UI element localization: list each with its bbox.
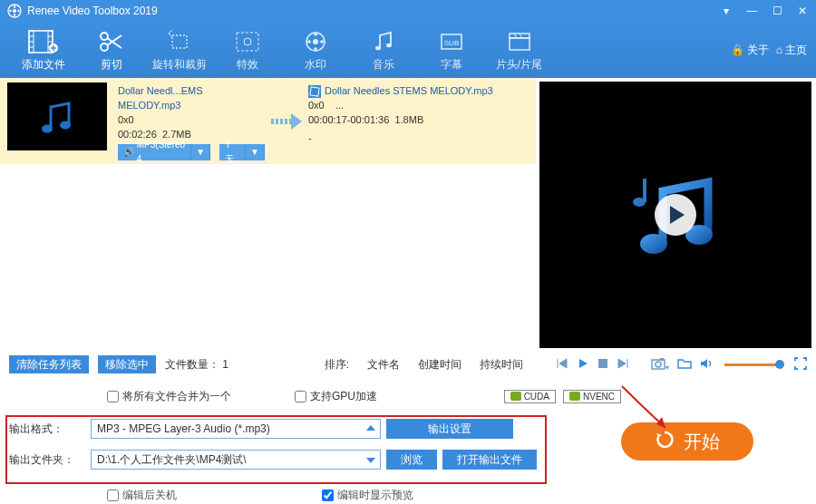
svg-point-32 (386, 43, 392, 47)
toolbar-intro-outro[interactable]: 片头/片尾 (485, 24, 553, 75)
remove-selected-button[interactable]: 移除选中 (98, 355, 156, 373)
home-icon: ⌂ (776, 44, 782, 56)
start-button[interactable]: 开始 (621, 422, 753, 460)
volume-slider[interactable] (724, 363, 781, 366)
arrow-icon (268, 78, 305, 164)
toolbar-add-file[interactable]: 添加文件 (9, 24, 77, 75)
svg-point-1 (13, 9, 16, 13)
dest-dimensions: 0x0 (308, 100, 325, 111)
svg-rect-44 (598, 359, 607, 368)
gpu-checkbox[interactable]: 支持GPU加速 (295, 389, 377, 404)
open-output-button[interactable]: 打开输出文件 (442, 450, 537, 470)
svg-point-3 (17, 10, 19, 12)
fullscreen-button[interactable] (794, 357, 807, 373)
film-add-icon (28, 28, 59, 55)
file-row[interactable]: Dollar Needl...EMS MELODY.mp3 0x0 00:02:… (0, 78, 536, 164)
svg-point-39 (42, 124, 53, 132)
dropdown-icon[interactable]: ▾ (720, 5, 733, 17)
sort-label: 排序: (325, 357, 349, 373)
sort-by-duration[interactable]: 持续时间 (480, 357, 523, 373)
svg-point-4 (14, 14, 15, 15)
svg-rect-22 (172, 35, 187, 48)
toolbar-rotate-crop[interactable]: 旋转和裁剪 (145, 24, 213, 75)
source-filename: Dollar Needl...EMS MELODY.mp3 (118, 83, 265, 112)
music-icon (373, 28, 394, 55)
svg-rect-23 (237, 33, 258, 51)
sort-by-name[interactable]: 文件名 (367, 357, 400, 373)
close-button[interactable]: ✕ (796, 5, 809, 17)
nvenc-badge: NVENC (563, 390, 621, 403)
sort-by-ctime[interactable]: 创建时间 (418, 357, 461, 373)
maximize-button[interactable]: ☐ (771, 5, 783, 17)
toolbar-music[interactable]: 音乐 (349, 24, 417, 75)
file-count-label: 文件数量： 1 (165, 357, 228, 373)
volume-button[interactable] (700, 357, 714, 373)
refresh-icon (655, 430, 675, 454)
text-pill[interactable]: T 无 (219, 144, 246, 160)
file-thumbnail (7, 82, 107, 150)
effects-icon (235, 28, 260, 55)
svg-point-27 (314, 33, 317, 36)
svg-rect-35 (510, 38, 529, 50)
dest-filename: Dollar Needles STEMS MELODY.mp3 (325, 85, 493, 96)
format-label: 输出格式： (9, 422, 91, 437)
crop-icon (167, 28, 192, 55)
preview-checkbox[interactable]: 编辑时显示预览 (322, 488, 413, 503)
dest-size: 1.8MB (394, 114, 423, 125)
shutdown-checkbox[interactable]: 编辑后关机 (107, 488, 177, 503)
text-dropdown[interactable]: ▼ (246, 144, 265, 160)
svg-point-28 (320, 40, 324, 44)
file-list: Dollar Needl...EMS MELODY.mp3 0x0 00:02:… (0, 78, 536, 352)
stop-button[interactable] (597, 358, 608, 372)
browse-button[interactable]: 浏览 (386, 450, 437, 470)
dest-timerange: 00:00:17-00:01:36 (308, 114, 389, 125)
svg-point-41 (640, 234, 667, 254)
svg-point-2 (14, 5, 15, 7)
source-dimensions: 0x0 (118, 112, 265, 127)
subtitle-icon: SUB (439, 28, 464, 55)
audio-info-pill[interactable]: 🔊 MP3(Stereo 4 (118, 144, 191, 160)
svg-text:SUB: SUB (443, 39, 458, 47)
dest-dash: - (308, 131, 532, 145)
svg-point-31 (375, 45, 381, 50)
toolbar-effects[interactable]: 特效 (213, 24, 281, 75)
folder-combo[interactable]: D:\1.个人工作文件夹\MP4测试\ (91, 450, 381, 470)
minimize-button[interactable]: — (745, 5, 758, 17)
toolbar-watermark[interactable]: 水印 (281, 24, 349, 75)
svg-point-24 (244, 38, 251, 45)
svg-point-40 (60, 121, 71, 129)
speaker-icon: 🔊 (123, 145, 134, 160)
snapshot-button[interactable]: ▾ (651, 357, 669, 373)
app-logo-icon (7, 4, 22, 18)
folder-label: 输出文件夹： (9, 452, 91, 468)
svg-rect-47 (660, 358, 664, 361)
toolbar-subtitle[interactable]: SUB 字幕 (417, 24, 485, 75)
lock-icon: 🔒 (731, 44, 744, 56)
toolbar-cut[interactable]: 剪切 (77, 24, 145, 75)
clear-tasks-button[interactable]: 清除任务列表 (9, 355, 89, 373)
clapboard-icon (507, 28, 532, 55)
play-button[interactable] (577, 357, 589, 373)
svg-point-5 (9, 10, 11, 12)
format-combo[interactable]: MP3 - MPEG Layer-3 Audio (*.mp3) (91, 419, 381, 439)
edit-icon[interactable] (308, 85, 321, 98)
window-title: Renee Video Toolbox 2019 (27, 5, 720, 17)
svg-point-30 (307, 40, 311, 44)
open-folder-button[interactable] (677, 357, 692, 372)
svg-point-46 (656, 362, 661, 367)
cuda-badge: CUDA (504, 390, 556, 403)
merge-checkbox[interactable]: 将所有文件合并为一个 (107, 389, 231, 404)
prev-button[interactable] (556, 357, 568, 373)
play-overlay-icon[interactable] (655, 194, 696, 236)
output-settings-button[interactable]: 输出设置 (386, 419, 513, 439)
next-button[interactable] (617, 357, 629, 373)
preview-panel[interactable] (539, 82, 811, 348)
about-link[interactable]: 🔒关于 (731, 43, 769, 58)
home-link[interactable]: ⌂主页 (776, 43, 807, 58)
svg-point-29 (314, 47, 317, 51)
audio-dropdown[interactable]: ▼ (191, 144, 210, 160)
watermark-icon (303, 28, 328, 55)
scissors-icon (98, 28, 125, 55)
svg-point-26 (313, 39, 318, 44)
